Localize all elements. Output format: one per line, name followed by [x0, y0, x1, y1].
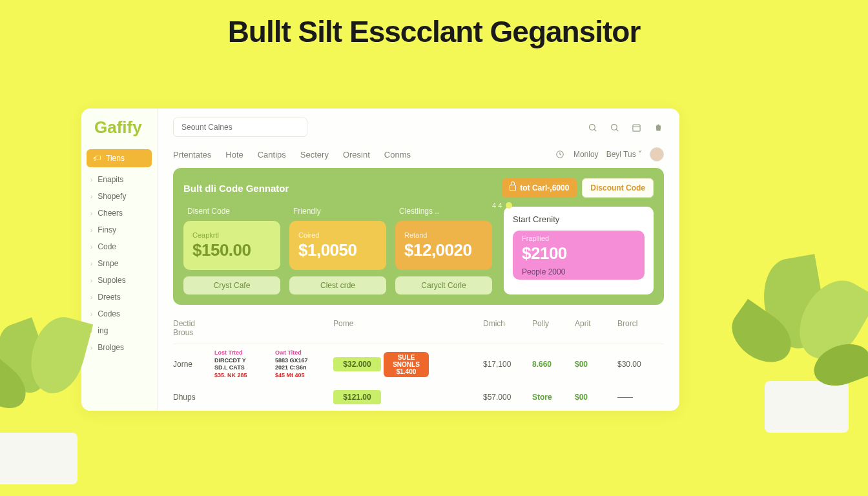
- sidebar-item-label: Code: [98, 242, 116, 251]
- sidebar-item-tiens[interactable]: 🏷Tiens: [87, 149, 152, 167]
- stat-sub: Ceapkrtl: [192, 231, 271, 239]
- table-header-cell: Dmich: [483, 319, 530, 337]
- svg-line-3: [616, 129, 618, 131]
- discount-code-button[interactable]: Discount Code: [582, 178, 654, 198]
- sidebar-item-label: Tiens: [106, 154, 125, 163]
- svg-point-0: [589, 124, 595, 130]
- table-header-cell: Brorcl: [617, 319, 664, 337]
- bag-icon[interactable]: [652, 121, 664, 133]
- sidebar-item-srnpe[interactable]: ›Srnpe: [81, 255, 157, 272]
- table-header-cell: [384, 319, 429, 337]
- table-header-cell: Aprit: [575, 319, 615, 337]
- tab-oresint[interactable]: Oresint: [343, 150, 370, 160]
- stat-foot-button[interactable]: Clest crde: [289, 276, 386, 294]
- aprit-cell: $00: [575, 360, 615, 369]
- sidebar-item-label: Finsy: [98, 225, 116, 234]
- sidebar-item-enapits[interactable]: ›Enapits: [81, 171, 157, 188]
- chevron-right-icon: ›: [90, 243, 92, 251]
- chevron-right-icon: ›: [90, 210, 92, 217]
- plant-decoration-right: [726, 265, 868, 433]
- search-input[interactable]: [173, 118, 307, 137]
- dmich-cell: $17,100: [483, 360, 530, 369]
- app-window: Gafify 🏷Tiens›Enapits›Shopefy›Cheers›Fin…: [81, 108, 679, 411]
- panel-title: Bult dli Code Gennator: [183, 183, 289, 194]
- stat-box: Coired$1,0050: [289, 221, 386, 270]
- status-dot-icon: [506, 202, 512, 209]
- sidebar-item-label: Supoles: [98, 276, 125, 285]
- tabbar: PrtentatesHoteCantipsSecteryOresintConms…: [158, 143, 679, 168]
- row-name: Jorne: [173, 360, 212, 369]
- stat-value: $12,0020: [404, 240, 483, 260]
- sidebar-item-finsy[interactable]: ›Finsy: [81, 222, 157, 238]
- svg-rect-4: [632, 125, 639, 131]
- lock-button[interactable]: tot Carl-,6000: [502, 178, 577, 198]
- status-indicator: 4 4: [492, 202, 512, 209]
- stat-0: Disent CodeCeapkrtl$150.00Cryst Cafe: [183, 207, 280, 294]
- stat-1: FriendlyCoired$1,0050Clest crde: [289, 207, 386, 294]
- start-sub: Frapllied: [522, 234, 636, 242]
- sidebar-item-cheers[interactable]: ›Cheers: [81, 205, 157, 222]
- tab-cantips[interactable]: Cantips: [258, 150, 286, 160]
- plant-decoration-left: [0, 316, 123, 484]
- user-monloy: Monloy: [574, 150, 599, 159]
- clock-icon: [554, 149, 566, 160]
- chevron-right-icon: ›: [90, 294, 92, 301]
- table-header-cell: [431, 319, 480, 337]
- row-name: Dhups: [173, 393, 212, 402]
- sidebar-item-supoles[interactable]: ›Supoles: [81, 272, 157, 289]
- sale-badge: SULESNONLS$1.400: [384, 352, 429, 377]
- stat-sub: Retand: [404, 231, 483, 239]
- avatar[interactable]: [650, 147, 664, 161]
- stat-sub: Coired: [298, 231, 377, 239]
- start-value: $2100: [522, 243, 636, 264]
- stat-box: Ceapkrtl$150.00: [183, 221, 280, 270]
- table-header-cell: Pome: [333, 319, 381, 337]
- sidebar-item-shopefy[interactable]: ›Shopefy: [81, 188, 157, 205]
- stat-foot-button[interactable]: Caryclt Corle: [395, 276, 492, 294]
- stat-value: $150.00: [192, 240, 271, 260]
- stat-value: $1,0050: [298, 240, 377, 260]
- dmich-cell: $57.000: [483, 393, 530, 402]
- table-header-cell: Dectid Brous: [173, 319, 212, 337]
- detail-cell: Lost TrtedDIRCCDT YSD.L CATS$35. NK 285: [214, 349, 273, 380]
- stat-label: Friendly: [289, 207, 386, 216]
- start-title: Start Crenity: [513, 214, 645, 224]
- start-foot: People 2000: [522, 267, 636, 276]
- sidebar-item-label: Cheers: [98, 209, 123, 218]
- search-icon[interactable]: [586, 121, 598, 133]
- start-box: Frapllied $2100 People 2000: [513, 231, 645, 280]
- generator-panel: Bult dli Code Gennator tot Carl-,6000 Di…: [173, 168, 664, 305]
- user-name[interactable]: Beyl Tus ˅: [606, 150, 642, 159]
- svg-point-2: [611, 124, 617, 130]
- sidebar-item-label: Dreets: [98, 293, 120, 302]
- svg-line-1: [594, 129, 596, 131]
- stat-label: Clestlings ..: [395, 207, 492, 216]
- chevron-right-icon: ›: [90, 193, 92, 200]
- tab-sectery[interactable]: Sectery: [300, 150, 329, 160]
- chevron-right-icon: ›: [90, 176, 92, 183]
- table-header-cell: Polly: [532, 319, 572, 337]
- chevron-right-icon: ›: [90, 277, 92, 284]
- topbar: [158, 108, 679, 143]
- table-header-cell: [214, 319, 273, 337]
- stat-label: Disent Code: [183, 207, 280, 216]
- detail-cell: Owt Tited5883 GX1672021 C:S6n$45 Mt 405: [275, 349, 331, 380]
- sidebar-item-dreets[interactable]: ›Dreets: [81, 289, 157, 305]
- start-card: Start Crenity Frapllied $2100 People 200…: [504, 207, 654, 294]
- tab-prtentates[interactable]: Prtentates: [173, 150, 211, 160]
- table-header-cell: [275, 319, 331, 337]
- calendar-icon[interactable]: [630, 121, 642, 133]
- lock-icon: [510, 185, 516, 191]
- sidebar-item-code[interactable]: ›Code: [81, 238, 157, 255]
- chevron-right-icon: ›: [90, 260, 92, 267]
- table-row: Dhups$121.00$57.000Store$00——: [173, 385, 664, 409]
- tab-hote[interactable]: Hote: [225, 150, 243, 160]
- pome-cell: $32.000: [333, 357, 381, 371]
- tab-conms[interactable]: Conms: [384, 150, 411, 160]
- chevron-right-icon: ›: [90, 227, 92, 234]
- brand-logo: Gafify: [81, 118, 157, 149]
- stat-foot-button[interactable]: Cryst Cafe: [183, 276, 280, 294]
- magnify-icon[interactable]: [608, 121, 620, 133]
- pome-cell: $121.00: [333, 390, 381, 404]
- stat-2: Clestlings ..Retand$12,0020Caryclt Corle: [395, 207, 492, 294]
